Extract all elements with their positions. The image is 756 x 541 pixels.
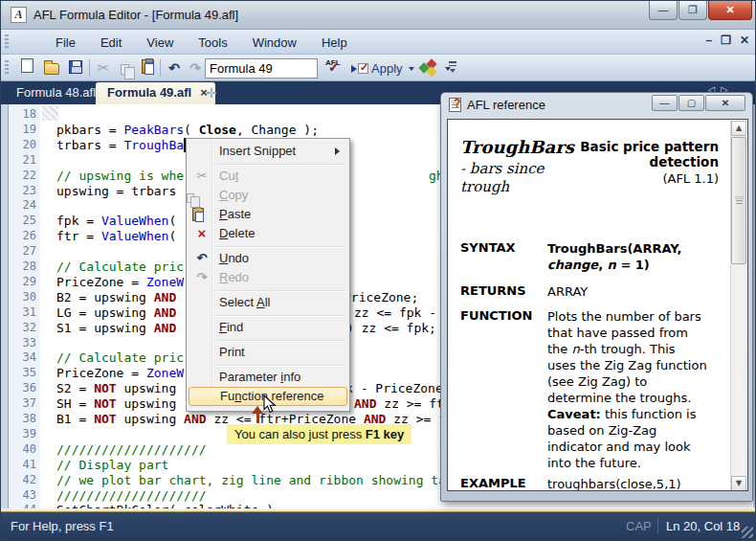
new-tab-icon[interactable]: ✛	[206, 85, 217, 101]
toolbar-grip[interactable]	[5, 34, 9, 50]
formula-name-input[interactable]	[205, 58, 318, 79]
undo-button[interactable]: ↶	[164, 58, 185, 79]
menu-bar: FileEditViewToolsWindowHelp – ❐ ✕	[1, 30, 756, 55]
scroll-up-icon[interactable]: ▲	[731, 121, 746, 136]
line-number: 31	[9, 305, 36, 319]
line-number: 20	[9, 138, 36, 151]
resize-grip-icon[interactable]	[742, 527, 753, 538]
reference-minimize-button[interactable]: —	[652, 95, 678, 111]
line-number: 30	[9, 290, 36, 304]
scissors-icon: ✂	[98, 59, 110, 76]
help-book-icon	[449, 98, 461, 112]
context-menu-item-paste[interactable]: Paste	[189, 205, 347, 224]
window-title: AFL Formula Editor - [Formula 49.afl]	[33, 8, 238, 22]
line-number: 33	[9, 336, 36, 349]
reference-close-button[interactable]: ✕	[705, 95, 745, 111]
reference-scrollbar[interactable]: ▲ ▼	[730, 121, 746, 491]
copy-icon	[121, 64, 129, 75]
apply-button[interactable]: Apply	[351, 58, 414, 79]
context-menu-item-parameter-info[interactable]: Parameter info	[189, 368, 347, 387]
copy-button	[116, 58, 137, 79]
line-number: 40	[9, 442, 36, 456]
mouse-cursor-icon	[263, 394, 277, 417]
reference-window-title: AFL reference	[467, 98, 545, 112]
ref-label-syntax: SYNTAX	[460, 240, 545, 255]
menu-edit[interactable]: Edit	[88, 33, 134, 53]
line-number: 35	[9, 366, 36, 379]
line-number: 36	[9, 381, 36, 394]
line-number: 22	[9, 169, 36, 182]
toolbar-overflow-button[interactable]	[447, 59, 458, 77]
line-number: 26	[9, 229, 36, 242]
save-button[interactable]	[65, 58, 86, 79]
context-menu-item-redo: ↷Redo	[189, 268, 347, 287]
cursor-position-indicator: Ln 20, Col 18	[666, 519, 740, 533]
context-menu-item-print[interactable]: Print	[189, 343, 347, 362]
line-number: 34	[9, 350, 36, 364]
line-number: 32	[9, 321, 36, 334]
paste-button[interactable]	[137, 58, 158, 79]
tab-formula-49[interactable]: Formula 49.afl×	[96, 82, 215, 104]
new-file-button[interactable]	[16, 58, 37, 79]
redo-icon: ↷	[192, 268, 211, 287]
open-file-button[interactable]	[41, 58, 62, 79]
ref-label-example: EXAMPLE	[460, 476, 545, 490]
minimize-button[interactable]: —	[649, 1, 678, 20]
line-number: 43	[9, 488, 36, 502]
cut-button: ✂	[93, 58, 114, 79]
menu-view[interactable]: View	[134, 33, 186, 53]
tooltip: You can also just press F1 key	[227, 424, 411, 444]
line-number: 42	[9, 473, 36, 486]
ref-label-returns: RETURNS	[460, 283, 545, 298]
context-menu-item-undo[interactable]: ↶Undo	[189, 249, 347, 268]
apply-dropdown-icon[interactable]	[409, 67, 414, 71]
scissors-icon: ✂	[192, 167, 211, 186]
undo-icon: ↶	[192, 249, 211, 268]
ref-value-syntax: TroughBars(ARRAY,change, n = 1)	[547, 240, 729, 273]
scroll-down-icon[interactable]: ▼	[731, 476, 746, 491]
open-folder-icon	[44, 63, 59, 75]
context-menu-item-delete[interactable]: ×Delete	[189, 224, 347, 243]
line-number: 18	[9, 107, 36, 121]
line-number: 28	[9, 259, 36, 273]
menu-help[interactable]: Help	[309, 33, 360, 53]
line-number: 21	[9, 153, 36, 167]
line-number: 19	[9, 123, 36, 136]
verify-syntax-button[interactable]: AFL ✓	[324, 58, 349, 79]
tab-formula-48[interactable]: Formula 48.afl	[7, 81, 105, 104]
context-menu-item-find[interactable]: Find	[189, 318, 347, 337]
close-button[interactable]: ✕	[708, 1, 752, 20]
afl-reference-window[interactable]: AFL reference — ▢ ✕ TroughBars - bars si…	[440, 92, 753, 502]
submenu-arrow-icon	[335, 147, 340, 155]
mdi-close-icon[interactable]: ✕	[740, 34, 749, 47]
title-bar[interactable]: A AFL Formula Editor - [Formula 49.afl] …	[1, 1, 756, 30]
line-number: 38	[9, 412, 36, 425]
redo-button: ↷	[185, 58, 206, 79]
margin-marker	[42, 106, 58, 121]
mdi-restore-icon[interactable]: ❐	[721, 34, 731, 47]
context-menu-item-insert-snippet[interactable]: Insert Snippet	[189, 142, 347, 161]
context-menu-item-copy: Copy	[189, 186, 347, 205]
line-number: 25	[9, 214, 36, 227]
line-number: 41	[9, 458, 36, 471]
ref-value-example: troughbars(close,5,1)	[547, 476, 729, 491]
scrollbar-thumb[interactable]	[731, 137, 746, 264]
apply-label: Apply	[371, 61, 403, 76]
play-icon	[351, 65, 357, 73]
toolbar-grip[interactable]	[5, 60, 9, 76]
paste-icon	[142, 59, 154, 74]
context-menu-item-cut: ✂Cut	[189, 167, 347, 186]
context-menu-item-select-all[interactable]: Select All	[189, 293, 347, 312]
parameters-button[interactable]	[420, 60, 437, 76]
menu-tools[interactable]: Tools	[186, 33, 239, 53]
delete-icon: ×	[192, 224, 211, 243]
mdi-minimize-icon[interactable]: –	[705, 34, 712, 47]
restore-button[interactable]: ❐	[678, 1, 707, 20]
afl-formula-editor-window: A AFL Formula Editor - [Formula 49.afl] …	[0, 0, 756, 541]
menu-window[interactable]: Window	[240, 33, 309, 53]
reference-maximize-button[interactable]: ▢	[678, 95, 704, 111]
line-number: 24	[9, 198, 36, 212]
line-number: 23	[9, 184, 36, 197]
menu-file[interactable]: File	[43, 33, 88, 53]
editor-context-menu: Insert Snippet✂CutCopyPaste×Delete↶Undo↷…	[186, 138, 350, 412]
